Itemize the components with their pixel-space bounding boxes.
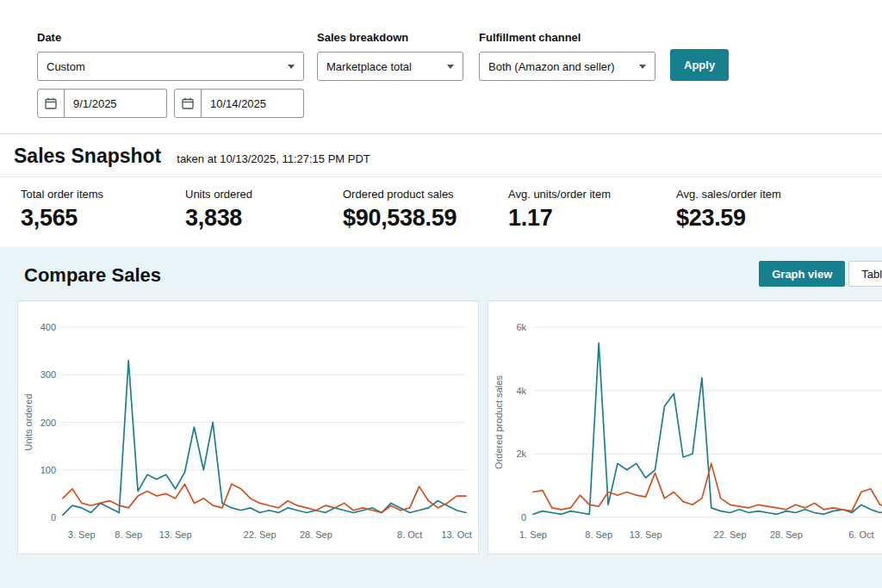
chevron-down-icon <box>447 65 454 69</box>
svg-text:200: 200 <box>40 418 56 428</box>
svg-text:100: 100 <box>40 465 56 475</box>
metric-avg-sales-per-order: Avg. sales/order item $23.59 <box>676 188 781 232</box>
fulfillment-channel-select-value: Both (Amazon and seller) <box>488 60 615 73</box>
sales-breakdown-group: Sales breakdown Marketplace total <box>317 31 463 81</box>
ordered-product-sales-chart: 02k4k6k1. Sep8. Sep13. Sep22. Sep28. Sep… <box>492 305 882 550</box>
svg-text:13. Sep: 13. Sep <box>630 529 662 540</box>
table-view-button[interactable]: Table view <box>848 261 882 287</box>
svg-text:300: 300 <box>40 369 56 380</box>
svg-text:28. Sep: 28. Sep <box>770 529 803 540</box>
view-toggle: Graph view Table view <box>759 261 882 287</box>
metric-avg-units-per-order: Avg. units/order item 1.17 <box>508 188 676 232</box>
fulfillment-channel-group: Fulfillment channel Both (Amazon and sel… <box>479 31 655 81</box>
metric-ordered-product-sales: Ordered product sales $90,538.59 <box>343 188 508 232</box>
svg-text:8. Oct: 8. Oct <box>397 529 422 540</box>
svg-text:13. Sep: 13. Sep <box>159 529 192 540</box>
date-to-group <box>174 89 304 118</box>
compare-sales-title: Compare Sales <box>24 264 882 287</box>
metric-total-order-items: Total order items 3,565 <box>21 188 185 232</box>
svg-text:6. Oct: 6. Oct <box>848 529 873 540</box>
svg-text:0: 0 <box>521 512 526 523</box>
svg-text:1. Sep: 1. Sep <box>519 529 547 540</box>
date-label: Date <box>37 31 304 44</box>
chevron-down-icon <box>639 65 646 69</box>
units-ordered-chart-card: 01002003004003. Sep8. Sep13. Sep22. Sep2… <box>17 300 479 554</box>
svg-text:6k: 6k <box>516 322 526 332</box>
sales-breakdown-select[interactable]: Marketplace total <box>317 52 463 81</box>
date-inputs-row <box>37 89 304 118</box>
sales-breakdown-select-value: Marketplace total <box>326 60 412 73</box>
filter-bar: Date Custom <box>0 0 882 134</box>
calendar-icon[interactable] <box>37 89 65 118</box>
svg-text:0: 0 <box>51 512 56 523</box>
snapshot-timestamp: taken at 10/13/2025, 11:27:15 PM PDT <box>177 152 370 165</box>
svg-text:Units ordered: Units ordered <box>23 393 34 450</box>
sales-snapshot-header: Sales Snapshot taken at 10/13/2025, 11:2… <box>0 134 882 177</box>
date-range-select[interactable]: Custom <box>37 52 304 81</box>
date-from-input[interactable] <box>65 89 167 118</box>
chevron-down-icon <box>288 65 295 69</box>
fulfillment-channel-label: Fulfillment channel <box>479 31 655 44</box>
svg-text:Ordered product sales: Ordered product sales <box>494 375 504 469</box>
graph-view-button[interactable]: Graph view <box>759 261 845 287</box>
charts-row: 01002003004003. Sep8. Sep13. Sep22. Sep2… <box>17 300 882 554</box>
compare-sales-section: Compare Sales Graph view Table view 0100… <box>0 247 882 588</box>
units-ordered-chart: 01002003004003. Sep8. Sep13. Sep22. Sep2… <box>22 305 475 550</box>
date-filter-group: Date Custom <box>37 31 304 118</box>
snapshot-metrics-row: Total order items 3,565 Units ordered 3,… <box>0 177 882 247</box>
svg-text:4k: 4k <box>516 386 526 396</box>
sales-snapshot-title: Sales Snapshot <box>14 145 161 168</box>
svg-text:3. Sep: 3. Sep <box>68 529 96 540</box>
compare-sales-header: Compare Sales Graph view Table view <box>0 247 882 287</box>
sales-snapshot-section: Sales Snapshot taken at 10/13/2025, 11:2… <box>0 134 882 247</box>
sales-breakdown-label: Sales breakdown <box>317 31 463 44</box>
svg-text:13. Oct: 13. Oct <box>441 529 471 540</box>
svg-text:8. Sep: 8. Sep <box>115 529 142 540</box>
date-from-group <box>37 89 167 118</box>
calendar-icon[interactable] <box>174 89 202 118</box>
apply-button[interactable]: Apply <box>670 49 729 81</box>
svg-text:22. Sep: 22. Sep <box>714 529 747 540</box>
svg-text:400: 400 <box>40 322 56 332</box>
svg-text:8. Sep: 8. Sep <box>585 529 612 540</box>
date-range-select-value: Custom <box>47 60 85 73</box>
metric-units-ordered: Units ordered 3,838 <box>185 188 343 232</box>
svg-text:28. Sep: 28. Sep <box>300 529 332 540</box>
svg-text:2k: 2k <box>516 449 526 459</box>
date-to-input[interactable] <box>202 89 304 118</box>
ordered-product-sales-chart-card: 02k4k6k1. Sep8. Sep13. Sep22. Sep28. Sep… <box>488 300 882 554</box>
fulfillment-channel-select[interactable]: Both (Amazon and seller) <box>479 52 655 81</box>
svg-text:22. Sep: 22. Sep <box>244 529 276 540</box>
